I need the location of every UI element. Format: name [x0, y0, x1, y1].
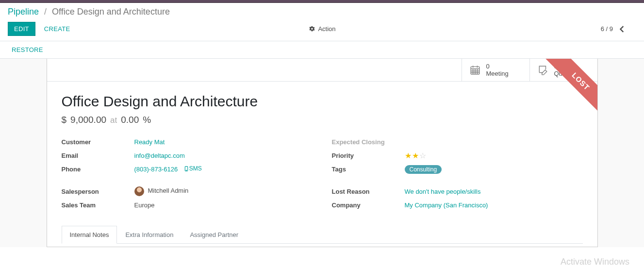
priority-stars[interactable]: ★★☆	[405, 151, 427, 160]
email-link[interactable]: info@deltapc.com	[134, 152, 185, 159]
star-3-icon[interactable]: ☆	[419, 151, 427, 160]
expected-closing-label: Expected Closing	[332, 138, 405, 146]
expected-revenue: 9,000.00	[70, 115, 106, 125]
mobile-icon	[184, 166, 188, 171]
phone-link[interactable]: (803)-873-6126	[134, 166, 178, 173]
stat-meeting-label: Meeting	[486, 70, 509, 77]
create-button[interactable]: CREATE	[44, 25, 70, 33]
calendar-icon	[470, 65, 480, 75]
control-bar: EDIT CREATE Action 6 / 9	[0, 19, 644, 41]
company-label: Company	[332, 202, 405, 209]
company-link[interactable]: My Company (San Francisco)	[405, 202, 488, 209]
tabs: Internal Notes Extra Information Assigne…	[62, 225, 583, 244]
tag-consulting[interactable]: Consulting	[405, 165, 442, 174]
status-bar: RESTORE	[0, 41, 644, 59]
form-body: Office Design and Architecture $ 9,000.0…	[47, 82, 597, 247]
at-label: at	[110, 116, 117, 125]
pager: 6 / 9	[601, 25, 636, 33]
probability: 0.00	[121, 115, 139, 125]
percent-symbol: %	[143, 115, 151, 125]
action-label: Action	[318, 25, 335, 33]
lost-reason-label: Lost Reason	[332, 188, 405, 195]
sms-label: SMS	[189, 165, 202, 172]
chevron-left-icon[interactable]	[620, 26, 625, 33]
left-column: Customer Ready Mat Email info@deltapc.co…	[62, 137, 313, 214]
star-2-icon[interactable]: ★	[412, 151, 419, 160]
breadcrumb-current: Office Design and Architecture	[52, 7, 170, 17]
tab-internal-notes[interactable]: Internal Notes	[62, 226, 117, 244]
tab-extra-information[interactable]: Extra Information	[117, 226, 182, 244]
svg-point-2	[186, 170, 186, 170]
tab-assigned-partner[interactable]: Assigned Partner	[182, 226, 247, 244]
star-1-icon[interactable]: ★	[405, 151, 412, 160]
customer-link[interactable]: Ready Mat	[134, 138, 165, 146]
edit-note-icon	[538, 65, 548, 75]
breadcrumb: Pipeline / Office Design and Architectur…	[0, 3, 644, 19]
salesteam-value: Europe	[134, 202, 155, 209]
priority-label: Priority	[332, 152, 405, 159]
tags-label: Tags	[332, 166, 405, 173]
stat-buttons: 0 Meeting 0 Quotations	[47, 59, 597, 82]
salesperson-label: Salesperson	[62, 188, 134, 195]
stat-meeting-count: 0	[486, 63, 509, 70]
currency-symbol: $	[62, 115, 67, 125]
email-label: Email	[62, 152, 134, 159]
record-title: Office Design and Architecture	[62, 93, 583, 110]
right-column: Expected Closing Priority ★★☆ Tags Consu…	[332, 137, 583, 214]
edit-button[interactable]: EDIT	[8, 22, 35, 36]
avatar	[134, 186, 144, 196]
form-sheet: 0 Meeting 0 Quotations LOST Office Desig…	[47, 59, 598, 247]
phone-label: Phone	[62, 166, 134, 173]
salesperson-value: Mitchell Admin	[148, 187, 189, 194]
gear-icon	[308, 26, 315, 33]
pager-position: 6 / 9	[601, 25, 613, 33]
sms-link[interactable]: SMS	[184, 165, 202, 172]
breadcrumb-sep: /	[41, 7, 50, 17]
salesteam-label: Sales Team	[62, 202, 134, 209]
stat-meeting[interactable]: 0 Meeting	[462, 59, 529, 81]
breadcrumb-root[interactable]: Pipeline	[8, 7, 39, 17]
lost-reason-link[interactable]: We don't have people/skills	[405, 188, 481, 195]
restore-button[interactable]: RESTORE	[12, 46, 43, 53]
action-dropdown[interactable]: Action	[308, 25, 335, 33]
form-sheet-bg: 0 Meeting 0 Quotations LOST Office Desig…	[0, 59, 644, 247]
customer-label: Customer	[62, 138, 134, 146]
